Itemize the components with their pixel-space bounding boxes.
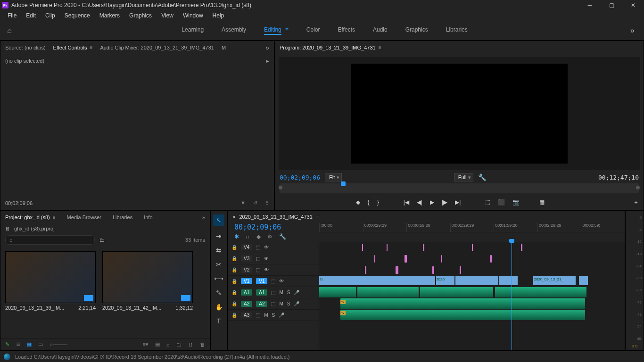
freeform-view-button[interactable]: ▭ <box>38 341 43 347</box>
slip-tool[interactable]: ⟷ <box>214 275 223 282</box>
marker-clip[interactable] <box>396 266 398 274</box>
ws-color[interactable]: Color <box>306 26 320 35</box>
extract-button[interactable]: ⬛ <box>498 199 505 206</box>
type-tool[interactable]: T <box>217 317 221 325</box>
audio-clip[interactable] <box>495 287 586 297</box>
program-playhead[interactable] <box>341 181 346 186</box>
razor-tool[interactable]: ✂ <box>216 261 222 268</box>
ws-editing-menu[interactable]: ≡ <box>285 26 289 35</box>
marker-icon[interactable]: ◆ <box>256 233 261 240</box>
icon-view-button[interactable]: ▦ <box>27 341 32 347</box>
tab-libraries[interactable]: Libraries <box>113 214 132 220</box>
play-button[interactable]: ▶ <box>430 199 434 206</box>
ws-effects[interactable]: Effects <box>338 26 355 35</box>
timeline-close-tab[interactable]: × <box>232 214 235 220</box>
tab-media-browser[interactable]: Media Browser <box>67 214 101 220</box>
source-tabs-overflow[interactable]: » <box>265 44 269 51</box>
pen-tool[interactable]: ✎ <box>216 289 222 296</box>
project-thumbnail[interactable]: 2020_09_13_21_39_IM... 2;21;14 <box>5 251 96 311</box>
selection-tool[interactable]: ↖ <box>213 214 224 226</box>
marker-clip[interactable] <box>460 266 461 274</box>
video-clip[interactable] <box>455 276 498 285</box>
scrubber-zoom-right[interactable] <box>636 186 640 189</box>
add-marker-button[interactable]: ◆ <box>356 199 360 206</box>
program-title-tab[interactable]: Program: 2020_09_13_21_39_IMG_4731 <box>280 45 376 50</box>
delete-button[interactable]: 🗑 <box>200 342 205 347</box>
program-scrubber[interactable] <box>280 183 639 193</box>
marker-clip[interactable] <box>490 255 492 263</box>
menu-file[interactable]: File <box>3 12 21 19</box>
menu-view[interactable]: View <box>157 12 178 19</box>
marker-clip[interactable] <box>374 255 375 263</box>
audio-clip[interactable] <box>319 287 356 297</box>
minimize-button[interactable]: ─ <box>579 0 601 10</box>
workspace-overflow-button[interactable]: » <box>630 26 635 35</box>
maximize-button[interactable]: ▢ <box>601 0 622 10</box>
tab-source[interactable]: Source: (no clips) <box>5 45 46 50</box>
menu-clip[interactable]: Clip <box>41 12 60 19</box>
ws-audio[interactable]: Audio <box>373 26 388 35</box>
ws-learning[interactable]: Learning <box>182 26 204 35</box>
list-view-button[interactable]: ≣ <box>16 341 20 347</box>
program-timecode-current[interactable]: 00;02;09;06 <box>280 174 320 181</box>
tab-project-menu-icon[interactable]: ≡ <box>53 215 56 220</box>
marker-clip[interactable] <box>432 266 434 274</box>
solo-pair-label[interactable]: S S <box>626 344 644 348</box>
timeline-playhead[interactable] <box>512 242 512 350</box>
mark-out-button[interactable]: } <box>377 199 379 206</box>
project-thumbnail[interactable]: 2020_09_13_21_42_IM... 1;32;12 <box>102 251 193 311</box>
step-back-button[interactable]: ◀| <box>417 199 422 206</box>
track-header-a3[interactable]: 🔒A3⬚MS🎤 <box>228 310 319 321</box>
audio-clip[interactable] <box>357 287 419 297</box>
menu-window[interactable]: Window <box>178 12 208 19</box>
marker-clip[interactable] <box>405 255 407 263</box>
hand-tool[interactable]: ✋ <box>215 303 223 311</box>
track-header-v2[interactable]: 🔒V2⬚👁 <box>228 264 319 276</box>
audio-clip[interactable] <box>420 287 494 297</box>
step-forward-button[interactable]: |▶ <box>442 199 447 206</box>
menu-sequence[interactable]: Sequence <box>60 12 95 19</box>
find-button[interactable]: ⌕ <box>166 342 170 347</box>
video-clip[interactable] <box>579 276 588 285</box>
effect-play-icon[interactable]: ▸ <box>266 58 269 64</box>
go-to-out-button[interactable]: ▶| <box>455 199 461 206</box>
menu-help[interactable]: Help <box>208 12 229 19</box>
program-tab-menu-icon[interactable]: ≡ <box>379 45 381 50</box>
marker-clip[interactable] <box>365 266 366 274</box>
track-header-a2[interactable]: 🔒A2A2⬚MS🎤 <box>228 298 319 310</box>
timeline-timecode[interactable]: 00;02;09;06 <box>228 223 319 231</box>
marker-clip[interactable] <box>387 244 388 251</box>
tab-effect-menu-icon[interactable]: ≡ <box>90 45 93 50</box>
marker-clip[interactable] <box>423 244 424 251</box>
track-select-tool[interactable]: ⇥ <box>216 232 222 240</box>
ripple-edit-tool[interactable]: ⇆ <box>216 247 222 254</box>
button-editor-plus[interactable]: ＋ <box>633 198 639 206</box>
video-clip[interactable] <box>499 276 518 285</box>
track-header-a1[interactable]: 🔒A1A1⬚MS🎤 <box>228 287 319 298</box>
timeline-tracks-area[interactable]: fx 2020 2020_09_13_21_ fx fx <box>319 242 625 350</box>
project-tabs-overflow[interactable]: » <box>202 214 205 220</box>
timeline-tab-menu-icon[interactable]: ≡ <box>316 214 319 220</box>
settings-icon[interactable]: ⚙ <box>267 233 272 240</box>
video-clip[interactable]: fx <box>319 276 435 285</box>
program-viewport[interactable] <box>279 57 640 170</box>
new-bin-icon[interactable]: 🗀 <box>99 237 105 243</box>
loop-icon[interactable]: ↺ <box>253 200 257 206</box>
scrubber-zoom-left[interactable] <box>279 186 282 189</box>
ws-libraries[interactable]: Libraries <box>446 26 468 35</box>
export-icon[interactable]: ⇪ <box>265 200 269 206</box>
new-item-button[interactable]: 🗋 <box>188 342 193 347</box>
ws-assembly[interactable]: Assembly <box>222 26 246 35</box>
video-clip[interactable]: 2020_09_13_21_ <box>533 276 576 285</box>
home-button[interactable]: ⌂ <box>0 26 19 35</box>
automate-button[interactable]: ▤ <box>155 341 160 347</box>
close-button[interactable]: ✕ <box>622 0 644 10</box>
new-bin-button[interactable]: 🗀 <box>176 342 182 347</box>
tab-info[interactable]: Info <box>144 214 152 220</box>
audio-clip[interactable]: fx <box>340 298 585 309</box>
marker-clip[interactable] <box>472 244 473 251</box>
ws-graphics[interactable]: Graphics <box>405 26 428 35</box>
menu-graphics[interactable]: Graphics <box>124 12 157 19</box>
effect-timecode[interactable]: 00;02;09;06 <box>5 200 33 206</box>
marker-clip[interactable] <box>521 244 522 251</box>
